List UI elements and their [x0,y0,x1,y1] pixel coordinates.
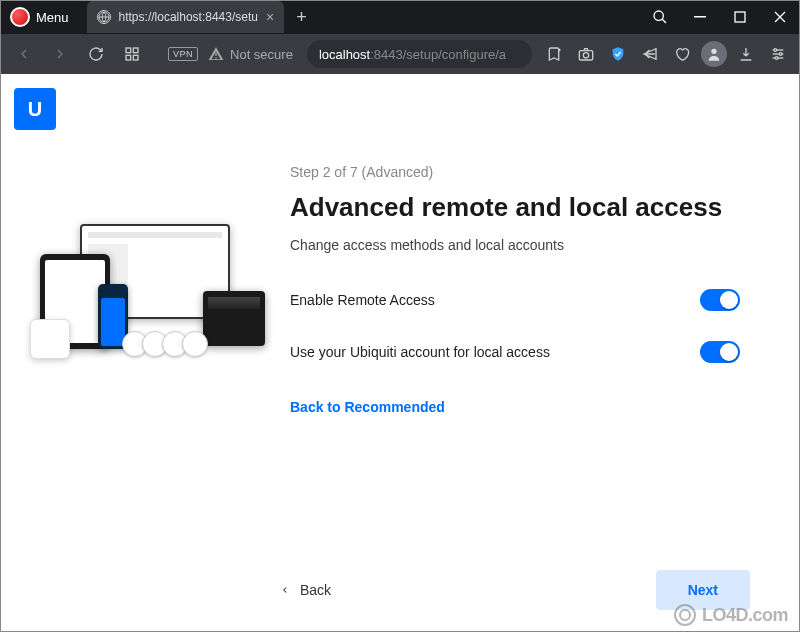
nav-back-icon[interactable] [8,38,40,70]
page-content: U Step 2 of 7 (Advanced) Advanced remote… [0,74,800,632]
page-title: Advanced remote and local access [290,192,740,223]
window-minimize-icon[interactable] [680,0,720,34]
svg-rect-11 [215,53,216,56]
watermark-text: LO4D.com [702,605,788,626]
reload-icon[interactable] [80,38,112,70]
svg-rect-3 [694,16,706,18]
toggle-local-account[interactable] [700,341,740,363]
opera-menu-button[interactable]: Menu [0,7,79,27]
logo-letter: U [28,98,42,121]
setting-label: Enable Remote Access [290,292,435,308]
step-indicator: Step 2 of 7 (Advanced) [290,164,740,180]
tab-favicon-globe-icon [97,10,111,24]
heart-icon[interactable] [668,40,696,68]
svg-point-24 [775,57,778,60]
window-close-icon[interactable] [760,0,800,34]
svg-rect-12 [215,57,216,58]
svg-rect-9 [126,55,131,60]
back-to-recommended-link[interactable]: Back to Recommended [290,399,445,415]
speed-dial-icon[interactable] [116,38,148,70]
address-host: localhost [319,47,370,62]
svg-rect-4 [735,12,745,22]
tab-close-icon[interactable]: × [266,9,274,25]
back-button[interactable]: Back [280,582,331,598]
chevron-left-icon [280,583,290,597]
snapshot-camera-icon[interactable] [572,40,600,68]
bookmark-add-icon[interactable] [540,40,568,68]
vpn-badge[interactable]: VPN [168,47,198,61]
watermark: LO4D.com [674,604,788,626]
toggle-remote-access[interactable] [700,289,740,311]
send-icon[interactable] [636,40,664,68]
svg-line-2 [662,19,666,23]
tab-title: https://localhost:8443/setu [119,10,258,24]
back-label: Back [300,582,331,598]
browser-tab[interactable]: https://localhost:8443/setu × [87,1,285,33]
svg-point-22 [774,49,777,52]
svg-point-18 [711,49,716,54]
opera-logo-icon [10,7,30,27]
browser-titlebar: Menu https://localhost:8443/setu × + [0,0,800,34]
window-maximize-icon[interactable] [720,0,760,34]
setting-local-account: Use your Ubiquiti account for local acce… [290,341,740,363]
svg-point-1 [654,11,663,20]
adblock-shield-icon[interactable] [604,40,632,68]
address-path: :8443/setup/configure/a [370,47,506,62]
setting-label: Use your Ubiquiti account for local acce… [290,344,550,360]
svg-rect-7 [126,48,131,53]
svg-point-16 [583,53,588,58]
new-tab-button[interactable]: + [284,7,319,28]
address-bar[interactable]: localhost:8443/setup/configure/a [307,40,532,68]
product-hero-image [30,219,270,389]
nav-forward-icon[interactable] [44,38,76,70]
warning-triangle-icon [208,46,224,62]
unifi-logo[interactable]: U [14,88,56,130]
page-subtitle: Change access methods and local accounts [290,237,740,253]
profile-avatar-icon[interactable] [700,40,728,68]
svg-rect-10 [133,55,138,60]
not-secure-label: Not secure [230,47,293,62]
downloads-icon[interactable] [732,40,760,68]
next-label: Next [688,582,718,598]
titlebar-search-icon[interactable] [640,0,680,34]
svg-point-23 [779,53,782,56]
browser-toolbar: VPN Not secure localhost:8443/setup/conf… [0,34,800,74]
easy-setup-icon[interactable] [764,40,792,68]
svg-rect-8 [133,48,138,53]
watermark-target-icon [674,604,696,626]
security-indicator[interactable]: Not secure [202,46,299,62]
menu-label: Menu [36,10,69,25]
setting-remote-access: Enable Remote Access [290,289,740,311]
